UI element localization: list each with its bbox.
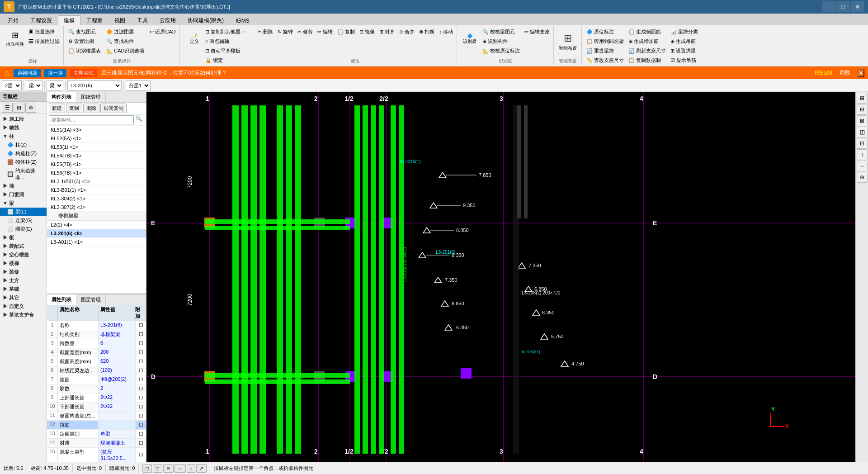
define-button[interactable]: 📝 定义 [186,27,203,51]
comp-item-l2[interactable]: L2(2) <4> [47,221,146,229]
filter-select-button[interactable]: ☰ 按属性过滤 [27,37,61,46]
batch-select-button[interactable]: ▣ 批量选择 [27,27,61,36]
tab-collab[interactable]: 协同建模(限免) [182,15,230,25]
tab-project-settings[interactable]: 工程设置 [24,15,58,25]
alert-close-button[interactable]: ✕ [858,69,864,77]
regenerate-spans-button[interactable]: 🔄 重提梁跨 [585,46,626,55]
comp-item-kl56[interactable]: KL56(7B) <1> [47,169,146,177]
snap-btn-2[interactable]: □ [153,464,162,473]
copy-comp-button[interactable]: 复制 [66,104,82,113]
check-beam-button[interactable]: 🔍 校核梁图元 [481,27,522,36]
props-tab-layers[interactable]: 图层管理 [76,294,106,305]
two-points-button[interactable]: ○ 两点辅轴 [203,37,247,46]
snap-btn-1[interactable]: □ [142,464,152,473]
trim-button[interactable]: ✂ 修剪 [296,27,315,36]
nav-item-masonry-column[interactable]: 🟫砌体柱(Z) [0,158,47,166]
pos-annotation-button[interactable]: 🔷 原位标注 [585,27,626,36]
nav-section-wall[interactable]: ▶ 墙 [0,182,47,190]
unlock-button[interactable]: 🔓 图元存储 [203,65,247,66]
comp-item-kl3-b01[interactable]: KL3-B01(1) <1> [47,186,146,194]
props-check-12[interactable]: ☐ [135,421,146,429]
comp-item-kl3-1[interactable]: KL3-1/B01(3) <1> [47,177,146,186]
nav-section-column[interactable]: ▼ 柱 [0,132,47,141]
tab-view[interactable]: 视图 [108,15,131,25]
nav-section-prefab[interactable]: ▶ 装配式 [0,242,47,251]
props-check-4[interactable]: ☐ [135,348,146,357]
comp-item-l3-a01[interactable]: L3-A01(1) <1> [47,238,146,246]
component-selector[interactable]: L3-201(6) [67,81,122,90]
props-value-11[interactable] [99,412,135,420]
props-check-8[interactable]: ☐ [135,384,146,393]
comp-item-kl51[interactable]: KL51(1A) <3> [47,126,146,134]
alert-issue-button[interactable]: 遇到问题 [14,69,41,77]
props-check-9[interactable]: ☐ [135,393,146,402]
nav-item-column[interactable]: 🔷柱(Z) [0,141,47,149]
minimize-button[interactable]: ─ [822,1,835,12]
tab-quantities[interactable]: 工程量 [80,15,108,25]
nav-item-coupling-beam[interactable]: ⬜连梁(G) [0,216,47,225]
props-check-6[interactable]: ☐ [135,366,146,375]
nav-settings-btn[interactable]: ⚙ [25,103,36,113]
check-pos-button[interactable]: 📐 校核原位标注 [481,46,522,55]
nav-section-axis[interactable]: ▶ 轴线 [0,123,47,132]
break-button[interactable]: ⊗ 打断 [417,27,436,36]
nav-grid-btn[interactable]: ⊞ [14,103,24,113]
floor-selector[interactable]: 2层 [2,81,22,90]
gen-section-button[interactable]: 📋 生成侧面筋 [627,27,668,36]
rebuild-button[interactable]: 🔄 刷新支座尺寸 [627,46,668,55]
snap-btn-horiz[interactable]: ↔ [175,464,186,473]
copy-to-floor-button[interactable]: ⊡ 复制到其他层→ [203,27,247,36]
rt-btn-2[interactable]: ⊟ [857,104,868,115]
show-nodes-button[interactable]: ☑ 显示高架节点 [669,65,708,66]
edit-button[interactable]: ✏ 编辑 [316,27,335,36]
rotate-button[interactable]: ↻ 旋转 [276,27,295,36]
nav-section-board[interactable]: ▶ 板 [0,233,47,242]
nav-section-finish[interactable]: ▶ 装修 [0,268,47,276]
rt-btn-6[interactable]: ↕ [857,149,868,160]
props-check-14[interactable]: ☐ [135,439,146,447]
nav-section-hollow[interactable]: ▶ 空心楼盖 [0,251,47,259]
nav-section-earth[interactable]: ▶ 土方 [0,276,47,285]
props-tab-list[interactable]: 属性列表 [47,294,76,305]
props-check-1[interactable]: ☐ [135,321,146,330]
props-check-13[interactable]: ☐ [135,430,146,438]
props-check-15[interactable]: ☐ [135,448,146,462]
copy-button[interactable]: 📋 复制 [335,27,357,36]
mirror-button[interactable]: ⊟ 镜像 [358,27,377,36]
merge-button[interactable]: ⊕ 合并 [397,27,416,36]
show-beam-button[interactable]: ☑ 显示吊筋 [669,56,708,65]
rebuild2-button[interactable]: ⊞ 设置拱梁 [669,46,708,55]
comp-item-kl3-307[interactable]: KL3-307(2) <1> [47,203,146,212]
nav-item-edge-column[interactable]: 🔲约束边缘非... [0,166,47,182]
props-check-7[interactable]: ☐ [135,375,146,384]
props-check-2[interactable]: ☐ [135,330,146,339]
tab-start[interactable]: 开始 [2,15,24,25]
props-value-6[interactable]: (100) [99,366,135,375]
cad-viewport[interactable]: 1 2 1/2 2/2 3 4 1 2 1/2 2/2 3 4 E E D D [146,92,855,462]
set-scale-button[interactable]: ⚙ 设置比例 [66,37,103,46]
setup-beam-button[interactable]: ⊞ 生成增加筋 [627,37,668,46]
nav-item-beam[interactable]: ⬜梁(L) [0,208,47,216]
find-comp-button[interactable]: 🔍 查找构件 [104,37,146,46]
comp-item-l3-201[interactable]: L3-201(6) <8> [47,229,146,238]
component-type-selector[interactable]: 梁 [26,81,42,90]
snap-btn-diag[interactable]: ↗ [196,464,207,473]
alert-try-button[interactable]: 立即尝试 [70,69,97,77]
nav-section-tools[interactable]: ▶ 施工段 [0,115,47,123]
auto-level-button[interactable]: ⊟ 自动平齐楼板 [203,46,247,55]
props-value-2[interactable]: 非框架梁 [99,330,135,339]
identify-comp-button[interactable]: ⊞ 识别构件 [481,37,522,46]
props-check-5[interactable]: ☐ [135,357,146,366]
identify-beam-button[interactable]: 🔷 识别梁 [460,27,480,51]
search-input[interactable] [49,115,134,124]
comp-item-kl53[interactable]: KL53(1) <1> [47,143,146,152]
comp-item-kl54[interactable]: KL54(7B) <1> [47,152,146,160]
edit-support-button[interactable]: ✏ 编辑支座 [523,27,552,36]
comp-item-kl55[interactable]: KL55(7B) <1> [47,160,146,169]
subtype-selector[interactable]: 梁 [47,81,63,90]
props-value-15[interactable]: (抗压31.5≥32.5... [99,448,135,462]
nav-item-ring-beam[interactable]: ⬜圈梁(E) [0,225,47,233]
nav-section-other[interactable]: ▶ 其它 [0,294,47,302]
align-button[interactable]: ⊞ 对齐 [377,27,396,36]
nav-item-struct-column[interactable]: 🔷构造柱(Z) [0,149,47,158]
